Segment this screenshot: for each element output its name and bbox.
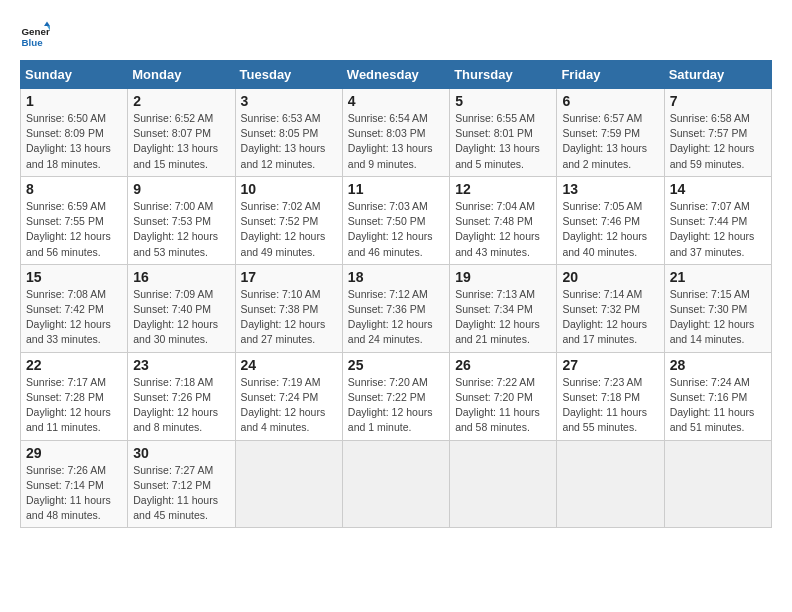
calendar-cell: 2 Sunrise: 6:52 AM Sunset: 8:07 PM Dayli…	[128, 89, 235, 177]
day-number: 6	[562, 93, 658, 109]
day-number: 12	[455, 181, 551, 197]
day-number: 1	[26, 93, 122, 109]
calendar-cell: 16 Sunrise: 7:09 AM Sunset: 7:40 PM Dayl…	[128, 264, 235, 352]
day-number: 20	[562, 269, 658, 285]
day-info: Sunrise: 7:14 AM Sunset: 7:32 PM Dayligh…	[562, 287, 658, 348]
calendar-week-3: 15 Sunrise: 7:08 AM Sunset: 7:42 PM Dayl…	[21, 264, 772, 352]
calendar-cell: 3 Sunrise: 6:53 AM Sunset: 8:05 PM Dayli…	[235, 89, 342, 177]
calendar-cell: 18 Sunrise: 7:12 AM Sunset: 7:36 PM Dayl…	[342, 264, 449, 352]
day-number: 15	[26, 269, 122, 285]
day-info: Sunrise: 6:59 AM Sunset: 7:55 PM Dayligh…	[26, 199, 122, 260]
day-number: 18	[348, 269, 444, 285]
calendar-cell: 23 Sunrise: 7:18 AM Sunset: 7:26 PM Dayl…	[128, 352, 235, 440]
header-tuesday: Tuesday	[235, 61, 342, 89]
calendar-cell: 14 Sunrise: 7:07 AM Sunset: 7:44 PM Dayl…	[664, 176, 771, 264]
header-saturday: Saturday	[664, 61, 771, 89]
day-number: 5	[455, 93, 551, 109]
day-info: Sunrise: 7:13 AM Sunset: 7:34 PM Dayligh…	[455, 287, 551, 348]
day-info: Sunrise: 7:04 AM Sunset: 7:48 PM Dayligh…	[455, 199, 551, 260]
day-info: Sunrise: 7:27 AM Sunset: 7:12 PM Dayligh…	[133, 463, 229, 524]
day-info: Sunrise: 7:26 AM Sunset: 7:14 PM Dayligh…	[26, 463, 122, 524]
day-number: 4	[348, 93, 444, 109]
day-info: Sunrise: 7:23 AM Sunset: 7:18 PM Dayligh…	[562, 375, 658, 436]
day-number: 11	[348, 181, 444, 197]
day-info: Sunrise: 7:12 AM Sunset: 7:36 PM Dayligh…	[348, 287, 444, 348]
calendar-cell: 13 Sunrise: 7:05 AM Sunset: 7:46 PM Dayl…	[557, 176, 664, 264]
day-info: Sunrise: 7:22 AM Sunset: 7:20 PM Dayligh…	[455, 375, 551, 436]
calendar-table: SundayMondayTuesdayWednesdayThursdayFrid…	[20, 60, 772, 528]
day-info: Sunrise: 7:20 AM Sunset: 7:22 PM Dayligh…	[348, 375, 444, 436]
calendar-cell: 10 Sunrise: 7:02 AM Sunset: 7:52 PM Dayl…	[235, 176, 342, 264]
day-info: Sunrise: 6:50 AM Sunset: 8:09 PM Dayligh…	[26, 111, 122, 172]
day-number: 13	[562, 181, 658, 197]
day-number: 8	[26, 181, 122, 197]
day-info: Sunrise: 7:10 AM Sunset: 7:38 PM Dayligh…	[241, 287, 337, 348]
calendar-cell: 20 Sunrise: 7:14 AM Sunset: 7:32 PM Dayl…	[557, 264, 664, 352]
logo-icon: General Blue	[20, 20, 50, 50]
calendar-header-row: SundayMondayTuesdayWednesdayThursdayFrid…	[21, 61, 772, 89]
svg-marker-2	[44, 22, 50, 27]
day-number: 10	[241, 181, 337, 197]
calendar-cell	[450, 440, 557, 528]
calendar-cell: 8 Sunrise: 6:59 AM Sunset: 7:55 PM Dayli…	[21, 176, 128, 264]
day-number: 28	[670, 357, 766, 373]
day-number: 23	[133, 357, 229, 373]
calendar-cell: 5 Sunrise: 6:55 AM Sunset: 8:01 PM Dayli…	[450, 89, 557, 177]
calendar-week-1: 1 Sunrise: 6:50 AM Sunset: 8:09 PM Dayli…	[21, 89, 772, 177]
calendar-cell: 1 Sunrise: 6:50 AM Sunset: 8:09 PM Dayli…	[21, 89, 128, 177]
svg-text:General: General	[22, 26, 51, 37]
calendar-week-5: 29 Sunrise: 7:26 AM Sunset: 7:14 PM Dayl…	[21, 440, 772, 528]
calendar-cell: 29 Sunrise: 7:26 AM Sunset: 7:14 PM Dayl…	[21, 440, 128, 528]
day-number: 27	[562, 357, 658, 373]
day-number: 22	[26, 357, 122, 373]
day-number: 30	[133, 445, 229, 461]
calendar-cell: 9 Sunrise: 7:00 AM Sunset: 7:53 PM Dayli…	[128, 176, 235, 264]
calendar-cell	[342, 440, 449, 528]
calendar-cell	[664, 440, 771, 528]
calendar-cell: 19 Sunrise: 7:13 AM Sunset: 7:34 PM Dayl…	[450, 264, 557, 352]
day-number: 16	[133, 269, 229, 285]
day-number: 7	[670, 93, 766, 109]
calendar-cell: 27 Sunrise: 7:23 AM Sunset: 7:18 PM Dayl…	[557, 352, 664, 440]
calendar-cell: 6 Sunrise: 6:57 AM Sunset: 7:59 PM Dayli…	[557, 89, 664, 177]
day-info: Sunrise: 7:17 AM Sunset: 7:28 PM Dayligh…	[26, 375, 122, 436]
logo: General Blue	[20, 20, 54, 50]
calendar-cell: 30 Sunrise: 7:27 AM Sunset: 7:12 PM Dayl…	[128, 440, 235, 528]
day-info: Sunrise: 7:18 AM Sunset: 7:26 PM Dayligh…	[133, 375, 229, 436]
calendar-cell: 24 Sunrise: 7:19 AM Sunset: 7:24 PM Dayl…	[235, 352, 342, 440]
day-info: Sunrise: 6:58 AM Sunset: 7:57 PM Dayligh…	[670, 111, 766, 172]
calendar-cell: 22 Sunrise: 7:17 AM Sunset: 7:28 PM Dayl…	[21, 352, 128, 440]
day-info: Sunrise: 7:05 AM Sunset: 7:46 PM Dayligh…	[562, 199, 658, 260]
calendar-cell	[235, 440, 342, 528]
day-number: 9	[133, 181, 229, 197]
header-monday: Monday	[128, 61, 235, 89]
calendar-week-4: 22 Sunrise: 7:17 AM Sunset: 7:28 PM Dayl…	[21, 352, 772, 440]
day-info: Sunrise: 6:54 AM Sunset: 8:03 PM Dayligh…	[348, 111, 444, 172]
day-number: 2	[133, 93, 229, 109]
day-info: Sunrise: 7:08 AM Sunset: 7:42 PM Dayligh…	[26, 287, 122, 348]
day-number: 17	[241, 269, 337, 285]
calendar-cell: 28 Sunrise: 7:24 AM Sunset: 7:16 PM Dayl…	[664, 352, 771, 440]
day-info: Sunrise: 7:02 AM Sunset: 7:52 PM Dayligh…	[241, 199, 337, 260]
calendar-cell	[557, 440, 664, 528]
day-info: Sunrise: 7:03 AM Sunset: 7:50 PM Dayligh…	[348, 199, 444, 260]
calendar-cell: 15 Sunrise: 7:08 AM Sunset: 7:42 PM Dayl…	[21, 264, 128, 352]
header-sunday: Sunday	[21, 61, 128, 89]
svg-text:Blue: Blue	[22, 37, 44, 48]
calendar-cell: 25 Sunrise: 7:20 AM Sunset: 7:22 PM Dayl…	[342, 352, 449, 440]
day-number: 19	[455, 269, 551, 285]
day-info: Sunrise: 6:57 AM Sunset: 7:59 PM Dayligh…	[562, 111, 658, 172]
calendar-cell: 17 Sunrise: 7:10 AM Sunset: 7:38 PM Dayl…	[235, 264, 342, 352]
day-info: Sunrise: 7:00 AM Sunset: 7:53 PM Dayligh…	[133, 199, 229, 260]
day-number: 26	[455, 357, 551, 373]
header-wednesday: Wednesday	[342, 61, 449, 89]
day-info: Sunrise: 7:07 AM Sunset: 7:44 PM Dayligh…	[670, 199, 766, 260]
day-number: 3	[241, 93, 337, 109]
day-info: Sunrise: 7:19 AM Sunset: 7:24 PM Dayligh…	[241, 375, 337, 436]
day-number: 14	[670, 181, 766, 197]
header-friday: Friday	[557, 61, 664, 89]
day-info: Sunrise: 7:15 AM Sunset: 7:30 PM Dayligh…	[670, 287, 766, 348]
day-info: Sunrise: 6:53 AM Sunset: 8:05 PM Dayligh…	[241, 111, 337, 172]
calendar-cell: 7 Sunrise: 6:58 AM Sunset: 7:57 PM Dayli…	[664, 89, 771, 177]
calendar-week-2: 8 Sunrise: 6:59 AM Sunset: 7:55 PM Dayli…	[21, 176, 772, 264]
